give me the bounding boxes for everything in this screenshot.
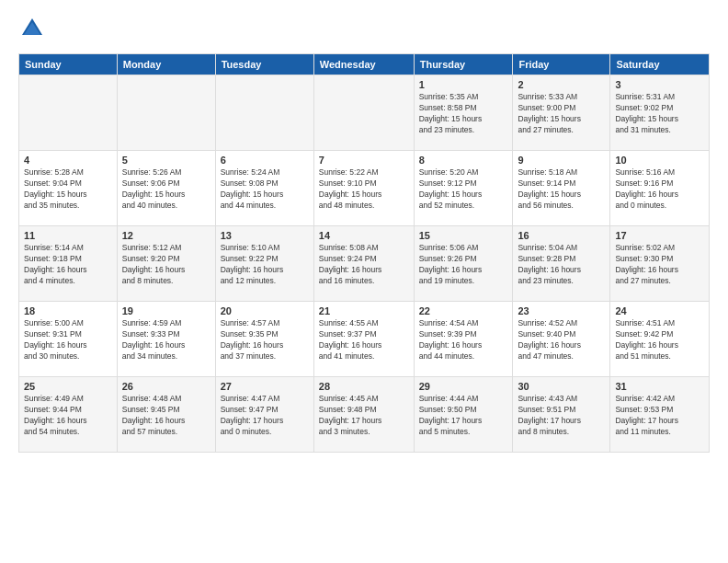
calendar-cell: 4Sunrise: 5:28 AM Sunset: 9:04 PM Daylig… — [19, 151, 118, 226]
day-number: 10 — [615, 155, 704, 166]
weekday-header-saturday: Saturday — [610, 54, 710, 75]
day-number: 20 — [221, 305, 309, 316]
day-info: Sunrise: 5:28 AM Sunset: 9:04 PM Dayligh… — [24, 167, 112, 212]
day-info: Sunrise: 5:35 AM Sunset: 8:58 PM Dayligh… — [419, 92, 508, 136]
day-info: Sunrise: 5:06 AM Sunset: 9:26 PM Dayligh… — [419, 243, 508, 287]
calendar-cell: 11Sunrise: 5:14 AM Sunset: 9:18 PM Dayli… — [19, 226, 118, 302]
weekday-row: SundayMondayTuesdayWednesdayThursdayFrid… — [19, 54, 710, 75]
day-number: 21 — [319, 305, 409, 316]
calendar-cell: 30Sunrise: 4:43 AM Sunset: 9:51 PM Dayli… — [513, 377, 610, 453]
day-number: 13 — [221, 230, 309, 241]
day-info: Sunrise: 4:42 AM Sunset: 9:53 PM Dayligh… — [615, 394, 704, 438]
calendar-cell: 19Sunrise: 4:59 AM Sunset: 9:33 PM Dayli… — [117, 302, 215, 377]
calendar-cell: 17Sunrise: 5:02 AM Sunset: 9:30 PM Dayli… — [610, 226, 710, 302]
weekday-header-thursday: Thursday — [414, 54, 513, 75]
day-number: 4 — [24, 155, 112, 166]
calendar-cell: 1Sunrise: 5:35 AM Sunset: 8:58 PM Daylig… — [414, 75, 513, 151]
day-number: 6 — [221, 155, 309, 166]
day-number: 25 — [24, 381, 112, 392]
day-info: Sunrise: 4:51 AM Sunset: 9:42 PM Dayligh… — [615, 318, 704, 362]
calendar-cell: 8Sunrise: 5:20 AM Sunset: 9:12 PM Daylig… — [414, 151, 513, 226]
day-info: Sunrise: 5:02 AM Sunset: 9:30 PM Dayligh… — [615, 243, 704, 287]
calendar-week-1: 1Sunrise: 5:35 AM Sunset: 8:58 PM Daylig… — [19, 75, 710, 151]
calendar-cell: 9Sunrise: 5:18 AM Sunset: 9:14 PM Daylig… — [513, 151, 610, 226]
day-info: Sunrise: 5:16 AM Sunset: 9:16 PM Dayligh… — [615, 167, 704, 212]
calendar-cell: 10Sunrise: 5:16 AM Sunset: 9:16 PM Dayli… — [610, 151, 710, 226]
calendar-body: 1Sunrise: 5:35 AM Sunset: 8:58 PM Daylig… — [19, 75, 710, 453]
day-number: 31 — [615, 381, 704, 392]
calendar-cell: 29Sunrise: 4:44 AM Sunset: 9:50 PM Dayli… — [414, 377, 513, 453]
day-info: Sunrise: 5:10 AM Sunset: 9:22 PM Dayligh… — [221, 243, 309, 287]
day-info: Sunrise: 4:47 AM Sunset: 9:47 PM Dayligh… — [221, 394, 309, 438]
day-info: Sunrise: 4:48 AM Sunset: 9:45 PM Dayligh… — [122, 394, 210, 438]
calendar-cell — [19, 75, 118, 151]
day-info: Sunrise: 4:54 AM Sunset: 9:39 PM Dayligh… — [419, 318, 508, 362]
day-number: 15 — [419, 230, 508, 241]
day-number: 22 — [419, 305, 508, 316]
day-number: 1 — [419, 79, 508, 90]
day-number: 27 — [221, 381, 309, 392]
day-info: Sunrise: 5:04 AM Sunset: 9:28 PM Dayligh… — [518, 243, 605, 287]
day-number: 16 — [518, 230, 605, 241]
calendar-cell — [215, 75, 313, 151]
weekday-header-tuesday: Tuesday — [215, 54, 313, 75]
calendar-cell: 23Sunrise: 4:52 AM Sunset: 9:40 PM Dayli… — [513, 302, 610, 377]
day-info: Sunrise: 4:57 AM Sunset: 9:35 PM Dayligh… — [221, 318, 309, 362]
day-number: 23 — [518, 305, 605, 316]
calendar-cell — [117, 75, 215, 151]
day-info: Sunrise: 5:24 AM Sunset: 9:08 PM Dayligh… — [221, 167, 309, 212]
day-number: 30 — [518, 381, 605, 392]
day-number: 2 — [518, 79, 605, 90]
day-number: 7 — [319, 155, 409, 166]
calendar-cell: 14Sunrise: 5:08 AM Sunset: 9:24 PM Dayli… — [313, 226, 414, 302]
day-number: 19 — [122, 305, 210, 316]
day-info: Sunrise: 5:22 AM Sunset: 9:10 PM Dayligh… — [319, 167, 409, 212]
day-info: Sunrise: 5:33 AM Sunset: 9:00 PM Dayligh… — [518, 92, 605, 136]
day-number: 9 — [518, 155, 605, 166]
calendar-cell: 20Sunrise: 4:57 AM Sunset: 9:35 PM Dayli… — [215, 302, 313, 377]
calendar-cell: 26Sunrise: 4:48 AM Sunset: 9:45 PM Dayli… — [117, 377, 215, 453]
weekday-header-friday: Friday — [513, 54, 610, 75]
calendar-cell: 2Sunrise: 5:33 AM Sunset: 9:00 PM Daylig… — [513, 75, 610, 151]
day-info: Sunrise: 5:12 AM Sunset: 9:20 PM Dayligh… — [122, 243, 210, 287]
calendar-cell: 31Sunrise: 4:42 AM Sunset: 9:53 PM Dayli… — [610, 377, 710, 453]
weekday-header-monday: Monday — [117, 54, 215, 75]
day-info: Sunrise: 4:49 AM Sunset: 9:44 PM Dayligh… — [24, 394, 112, 438]
calendar-week-3: 11Sunrise: 5:14 AM Sunset: 9:18 PM Dayli… — [19, 226, 710, 302]
day-info: Sunrise: 4:59 AM Sunset: 9:33 PM Dayligh… — [122, 318, 210, 362]
calendar-week-5: 25Sunrise: 4:49 AM Sunset: 9:44 PM Dayli… — [19, 377, 710, 453]
header — [18, 15, 710, 42]
calendar-cell: 25Sunrise: 4:49 AM Sunset: 9:44 PM Dayli… — [19, 377, 118, 453]
calendar-cell: 6Sunrise: 5:24 AM Sunset: 9:08 PM Daylig… — [215, 151, 313, 226]
day-info: Sunrise: 4:43 AM Sunset: 9:51 PM Dayligh… — [518, 394, 605, 438]
day-info: Sunrise: 4:45 AM Sunset: 9:48 PM Dayligh… — [319, 394, 409, 438]
calendar-cell: 7Sunrise: 5:22 AM Sunset: 9:10 PM Daylig… — [313, 151, 414, 226]
day-info: Sunrise: 5:26 AM Sunset: 9:06 PM Dayligh… — [122, 167, 210, 212]
weekday-header-wednesday: Wednesday — [313, 54, 414, 75]
calendar-table: SundayMondayTuesdayWednesdayThursdayFrid… — [18, 53, 710, 453]
day-info: Sunrise: 5:18 AM Sunset: 9:14 PM Dayligh… — [518, 167, 605, 212]
day-info: Sunrise: 5:31 AM Sunset: 9:02 PM Dayligh… — [615, 92, 704, 136]
page: SundayMondayTuesdayWednesdayThursdayFrid… — [0, 0, 728, 563]
day-info: Sunrise: 5:14 AM Sunset: 9:18 PM Dayligh… — [24, 243, 112, 287]
calendar-cell: 24Sunrise: 4:51 AM Sunset: 9:42 PM Dayli… — [610, 302, 710, 377]
calendar-cell: 27Sunrise: 4:47 AM Sunset: 9:47 PM Dayli… — [215, 377, 313, 453]
day-info: Sunrise: 5:20 AM Sunset: 9:12 PM Dayligh… — [419, 167, 508, 212]
calendar-cell: 16Sunrise: 5:04 AM Sunset: 9:28 PM Dayli… — [513, 226, 610, 302]
calendar-cell: 21Sunrise: 4:55 AM Sunset: 9:37 PM Dayli… — [313, 302, 414, 377]
calendar-cell: 3Sunrise: 5:31 AM Sunset: 9:02 PM Daylig… — [610, 75, 710, 151]
calendar-cell: 5Sunrise: 5:26 AM Sunset: 9:06 PM Daylig… — [117, 151, 215, 226]
day-number: 8 — [419, 155, 508, 166]
day-info: Sunrise: 4:55 AM Sunset: 9:37 PM Dayligh… — [319, 318, 409, 362]
day-number: 5 — [122, 155, 210, 166]
day-number: 18 — [24, 305, 112, 316]
day-number: 24 — [615, 305, 704, 316]
day-number: 28 — [319, 381, 409, 392]
day-number: 26 — [122, 381, 210, 392]
calendar-week-2: 4Sunrise: 5:28 AM Sunset: 9:04 PM Daylig… — [19, 151, 710, 226]
calendar-cell: 12Sunrise: 5:12 AM Sunset: 9:20 PM Dayli… — [117, 226, 215, 302]
day-info: Sunrise: 4:52 AM Sunset: 9:40 PM Dayligh… — [518, 318, 605, 362]
calendar-week-4: 18Sunrise: 5:00 AM Sunset: 9:31 PM Dayli… — [19, 302, 710, 377]
calendar-cell: 18Sunrise: 5:00 AM Sunset: 9:31 PM Dayli… — [19, 302, 118, 377]
day-number: 12 — [122, 230, 210, 241]
